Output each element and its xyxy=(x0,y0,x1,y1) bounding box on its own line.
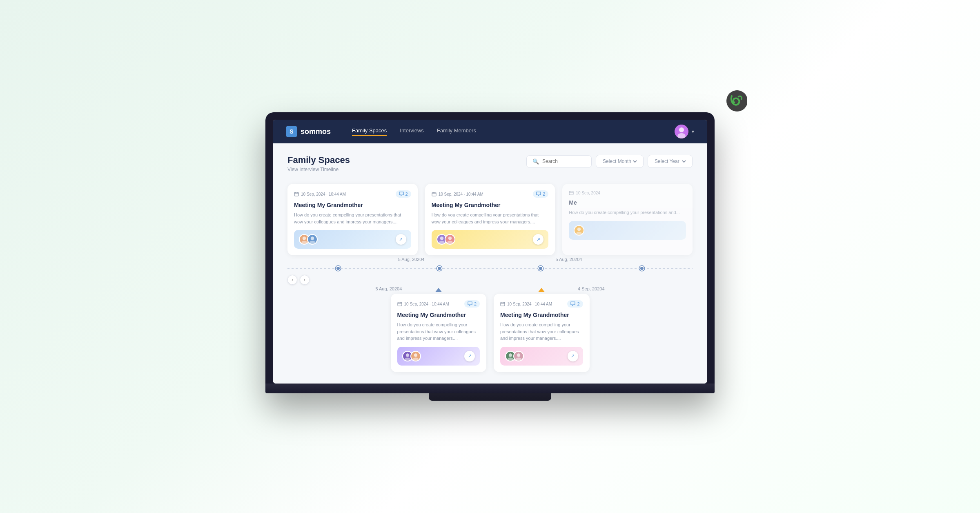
comment-badge-4: 2 xyxy=(464,300,480,308)
card-desc-4: How do you create compelling your presen… xyxy=(397,321,480,342)
date-label-top-1: 5 Aug, 20204 xyxy=(398,257,425,262)
interview-card-5: 10 Sep, 2024 · 10:44 AM 2 Meeting My Gra… xyxy=(494,294,590,372)
card-footer-5: ↗ xyxy=(500,347,583,366)
arrow-btn-4[interactable]: ↗ xyxy=(464,351,475,361)
card-date-2: 10 Sep, 2024 · 10:44 AM xyxy=(432,192,483,196)
main-content: Family Spaces View Interview Timeline 🔍 … xyxy=(273,143,707,384)
dots-row xyxy=(287,262,693,275)
app-container: S sommos Family Spaces Interviews Family… xyxy=(273,120,707,384)
timeline-prev-btn[interactable]: ‹ xyxy=(287,275,297,285)
comment-badge-5: 2 xyxy=(567,300,583,308)
laptop-base xyxy=(265,384,715,393)
interview-card-4: 10 Sep, 2024 · 10:44 AM 2 Meeting My Gra… xyxy=(391,294,487,372)
card-date-row-2: 10 Sep, 2024 · 10:44 AM 2 xyxy=(432,190,549,198)
avatars-5 xyxy=(505,351,524,361)
timeline-dot-4 xyxy=(639,266,644,271)
card-desc-2: How do you create compelling your presen… xyxy=(432,212,549,225)
laptop-frame: S sommos Family Spaces Interviews Family… xyxy=(265,112,715,393)
card-date-row-4: 10 Sep, 2024 · 10:44 AM 2 xyxy=(397,300,480,308)
card-desc-3: How do you create compelling your presen… xyxy=(569,209,686,216)
page-subtitle: View Interview Timeline xyxy=(287,167,350,172)
timeline-next-btn[interactable]: › xyxy=(300,275,310,285)
user-chevron: ▾ xyxy=(692,129,694,134)
avatar xyxy=(675,125,688,138)
bottom-date-label-right: 4 Sep, 20204 xyxy=(578,286,604,291)
card-up-arrow-5 xyxy=(538,288,545,292)
nav-family-members[interactable]: Family Members xyxy=(437,127,476,136)
svg-rect-22 xyxy=(398,302,402,306)
arrow-btn-5[interactable]: ↗ xyxy=(568,351,578,361)
svg-point-31 xyxy=(509,353,512,357)
timeline-dot-1 xyxy=(336,266,341,271)
card-title-2: Meeting My Grandmother xyxy=(432,202,549,208)
corner-logo-decoration xyxy=(715,88,747,120)
nav-interviews[interactable]: Interviews xyxy=(400,127,424,136)
select-month-select[interactable]: Select Month xyxy=(601,158,638,165)
logo-icon: S xyxy=(286,126,297,137)
svg-point-9 xyxy=(311,236,314,240)
bottom-date-label-left: 5 Aug, 20204 xyxy=(375,286,402,291)
comment-icon-5 xyxy=(570,301,575,306)
timeline-nav: ‹ › xyxy=(287,275,693,285)
bottom-spacer-2 xyxy=(597,294,693,372)
svg-point-13 xyxy=(440,236,443,240)
nav-links: Family Spaces Interviews Family Members xyxy=(352,127,662,136)
card-footer-4: ↗ xyxy=(397,347,480,366)
card-date-row-3: 10 Sep, 2024 xyxy=(569,190,686,195)
mini-avatar-2b xyxy=(445,234,455,245)
calendar-icon-2 xyxy=(432,192,437,196)
select-year-select[interactable]: Select Year xyxy=(653,158,687,165)
search-icon: 🔍 xyxy=(532,158,539,165)
svg-point-24 xyxy=(405,353,409,357)
card-date-5: 10 Sep, 2024 · 10:44 AM xyxy=(500,301,552,306)
avatars-1 xyxy=(299,234,318,245)
timeline-dot-2 xyxy=(437,266,442,271)
card-footer-2: ↗ xyxy=(432,230,549,249)
avatars-4 xyxy=(402,351,421,361)
nav-family-spaces[interactable]: Family Spaces xyxy=(352,127,387,136)
nav-user[interactable]: ▾ xyxy=(675,125,694,138)
calendar-icon-4 xyxy=(397,301,402,306)
search-box[interactable]: 🔍 xyxy=(526,155,592,168)
svg-point-0 xyxy=(726,90,747,112)
comment-icon-4 xyxy=(468,301,472,306)
card-desc-5: How do you create compelling your presen… xyxy=(500,321,583,342)
svg-point-16 xyxy=(448,236,451,240)
svg-rect-11 xyxy=(432,192,436,196)
avatars-2 xyxy=(437,234,455,245)
page-title-group: Family Spaces View Interview Timeline xyxy=(287,155,350,172)
comment-icon-1 xyxy=(399,192,404,196)
card-footer-3 xyxy=(569,221,686,240)
card-desc-1: How do you create compelling your presen… xyxy=(294,212,411,225)
select-month-dropdown[interactable]: Select Month xyxy=(596,155,644,168)
laptop-stand xyxy=(429,393,551,401)
card-up-arrow-4 xyxy=(435,288,442,292)
comment-badge-1: 2 xyxy=(396,190,411,198)
arrow-btn-1[interactable]: ↗ xyxy=(396,234,406,245)
svg-rect-18 xyxy=(569,191,573,195)
select-year-dropdown[interactable]: Select Year xyxy=(648,155,693,168)
calendar-icon-1 xyxy=(294,192,299,196)
arrow-btn-2[interactable]: ↗ xyxy=(533,234,543,245)
svg-point-20 xyxy=(577,228,581,231)
bottom-cards-grid: 10 Sep, 2024 · 10:44 AM 2 Meeting My Gra… xyxy=(287,294,693,372)
calendar-icon-5 xyxy=(500,301,505,306)
mini-avatar-3a xyxy=(574,225,584,236)
interview-card-2: 10 Sep, 2024 · 10:44 AM 2 Meeting My Gra… xyxy=(425,184,555,255)
card-date-4: 10 Sep, 2024 · 10:44 AM xyxy=(397,301,449,306)
page-title: Family Spaces xyxy=(287,155,350,165)
svg-rect-29 xyxy=(501,302,505,306)
card-date-row-1: 10 Sep, 2024 · 10:44 AM 2 xyxy=(294,190,411,198)
mini-avatar-1b xyxy=(307,234,318,245)
svg-point-27 xyxy=(414,353,417,357)
brand-logo: S sommos xyxy=(286,126,331,137)
page-header: Family Spaces View Interview Timeline 🔍 … xyxy=(287,155,693,172)
search-input[interactable] xyxy=(542,158,586,164)
card-date-1: 10 Sep, 2024 · 10:44 AM xyxy=(294,192,346,196)
header-controls: 🔍 Select Month Select Year xyxy=(526,155,693,168)
navbar: S sommos Family Spaces Interviews Family… xyxy=(273,120,707,143)
mini-avatar-5b xyxy=(513,351,524,361)
card-footer-1: ↗ xyxy=(294,230,411,249)
svg-point-6 xyxy=(303,236,306,240)
svg-point-34 xyxy=(517,353,520,357)
